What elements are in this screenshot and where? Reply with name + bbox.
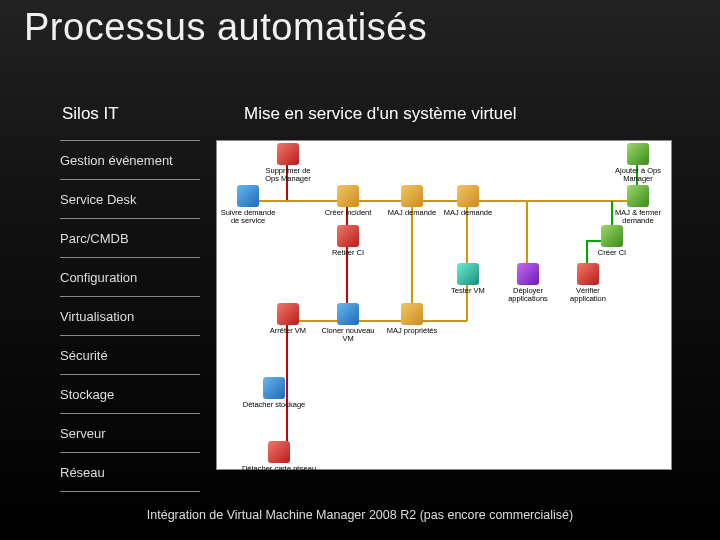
sidebar-item: Configuration xyxy=(60,258,200,297)
add-icon xyxy=(627,143,649,165)
verify-icon xyxy=(577,263,599,285)
node-deployer-apps: Déployer applications xyxy=(499,263,557,304)
ticket-icon xyxy=(237,185,259,207)
node-supprimer-ops: Supprimer de Ops Manager xyxy=(259,143,317,184)
sidebar: Gestion événement Service Desk Parc/CMDB… xyxy=(60,140,200,492)
node-suivre-demande: Suivre demande de service xyxy=(219,185,277,226)
sidebar-item: Serveur xyxy=(60,414,200,453)
node-creer-ci: Créer CI xyxy=(583,225,641,257)
node-maj-fermer: MAJ & fermer demande xyxy=(609,185,667,226)
node-verifier-app: Vérifier application xyxy=(559,263,617,304)
new-ci-icon xyxy=(601,225,623,247)
column-header-left: Silos IT xyxy=(62,104,119,124)
node-detacher-stockage: Détacher stockage xyxy=(229,377,319,409)
sidebar-item: Gestion événement xyxy=(60,140,200,180)
update-icon xyxy=(457,185,479,207)
slide-title: Processus automatisés xyxy=(24,6,427,49)
sidebar-item: Virtualisation xyxy=(60,297,200,336)
node-maj-proprietes: MAJ propriétés xyxy=(383,303,441,335)
sidebar-item: Stockage xyxy=(60,375,200,414)
node-cloner-vm: Cloner nouveau VM xyxy=(319,303,377,344)
test-icon xyxy=(457,263,479,285)
sidebar-item: Service Desk xyxy=(60,180,200,219)
footer-note: Intégration de Virtual Machine Manager 2… xyxy=(0,508,720,522)
node-creer-incident: Créer incident xyxy=(319,185,377,217)
node-ajouter-ops: Ajouter à Ops Manager xyxy=(609,143,667,184)
properties-icon xyxy=(401,303,423,325)
node-retirer-ci: Retirer CI xyxy=(319,225,377,257)
network-icon xyxy=(268,441,290,463)
node-maj-demande-1: MAJ demande xyxy=(383,185,441,217)
clone-icon xyxy=(337,303,359,325)
sidebar-item: Sécurité xyxy=(60,336,200,375)
storage-icon xyxy=(263,377,285,399)
close-icon xyxy=(627,185,649,207)
column-header-right: Mise en service d'un système virtuel xyxy=(244,104,517,124)
node-detacher-reseau: Détacher carte réseau xyxy=(229,441,329,473)
node-maj-demande-2: MAJ demande xyxy=(439,185,497,217)
node-arreter-vm: Arrêter VM xyxy=(259,303,317,335)
remove-ci-icon xyxy=(337,225,359,247)
incident-icon xyxy=(337,185,359,207)
sidebar-item: Réseau xyxy=(60,453,200,492)
node-tester-vm: Tester VM xyxy=(439,263,497,295)
update-icon xyxy=(401,185,423,207)
stop-icon xyxy=(277,303,299,325)
workflow-panel: Supprimer de Ops Manager Ajouter à Ops M… xyxy=(216,140,672,470)
deploy-icon xyxy=(517,263,539,285)
sidebar-item: Parc/CMDB xyxy=(60,219,200,258)
delete-icon xyxy=(277,143,299,165)
